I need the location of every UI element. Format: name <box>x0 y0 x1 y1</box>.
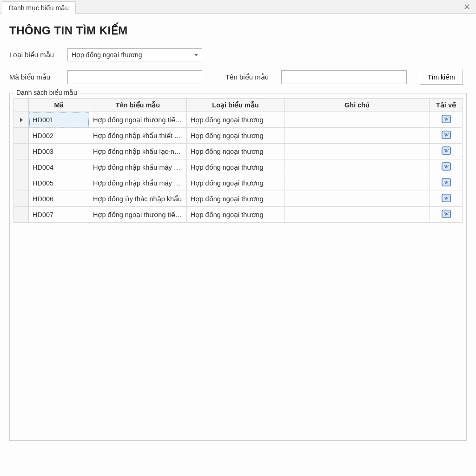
svg-text:W: W <box>444 116 449 122</box>
svg-text:W: W <box>444 132 449 138</box>
cell-code[interactable]: HD004 <box>29 159 89 175</box>
tab-bar: Danh mục biểu mẫu ✕ <box>0 0 476 14</box>
combo-form-type[interactable]: Hợp đồng ngoại thương <box>67 48 202 61</box>
word-doc-icon: W <box>442 210 451 218</box>
cell-download[interactable]: W <box>430 175 463 191</box>
cell-type[interactable]: Hợp đồng ngoại thương <box>187 191 284 207</box>
current-row-arrow-icon <box>20 118 23 122</box>
cell-type[interactable]: Hợp đồng ngoại thương <box>187 207 284 223</box>
cell-name[interactable]: Hợp đồng ngoại thương tiếng việt <box>89 112 187 128</box>
cell-type[interactable]: Hợp đồng ngoại thương <box>187 128 284 144</box>
form-catalog-window: Danh mục biểu mẫu ✕ THÔNG TIN TÌM KIẾM L… <box>0 0 476 476</box>
cell-note[interactable] <box>284 144 430 159</box>
table-row[interactable]: HD003Hợp đồng nhập khẩu lạc-nhânHợp đồng… <box>14 144 463 159</box>
cell-code[interactable]: HD006 <box>29 191 89 207</box>
row-indicator <box>14 191 29 207</box>
tab-label: Danh mục biểu mẫu <box>9 4 69 12</box>
row-indicator <box>14 112 29 128</box>
cell-note[interactable] <box>284 175 430 191</box>
row-indicator <box>14 144 29 159</box>
table-row[interactable]: HD005Hợp đồng nhập khẩu máy móc ti...Hợp… <box>14 175 463 191</box>
word-doc-icon: W <box>442 178 451 186</box>
form-grid[interactable]: Mã Tên biểu mẫu Loại biểu mẫu Ghi chú Tả… <box>13 98 463 223</box>
col-note[interactable]: Ghi chú <box>284 99 430 112</box>
tab-form-catalog[interactable]: Danh mục biểu mẫu <box>2 1 76 14</box>
cell-code[interactable]: HD003 <box>29 144 89 159</box>
cell-name[interactable]: Hợp đồng nhập khẩu thiết bị lạnh <box>89 128 187 144</box>
cell-name[interactable]: Hợp đồng ngoại thương tiếng anh <box>89 207 187 223</box>
svg-text:W: W <box>444 164 449 169</box>
col-name[interactable]: Tên biểu mẫu <box>89 99 187 112</box>
cell-download[interactable]: W <box>430 128 463 144</box>
search-button[interactable]: Tìm kiếm <box>420 70 463 85</box>
input-form-name[interactable] <box>281 70 407 84</box>
cell-note[interactable] <box>284 207 430 223</box>
cell-code[interactable]: HD007 <box>29 207 89 223</box>
row-indicator <box>14 128 29 144</box>
cell-name[interactable]: Hợp đồng nhập khẩu máy móc ti... <box>89 175 187 191</box>
cell-download[interactable]: W <box>430 207 463 223</box>
row-indicator <box>14 175 29 191</box>
col-code[interactable]: Mã <box>29 99 89 112</box>
combo-value: Hợp đồng ngoại thương <box>72 51 142 59</box>
col-indicator <box>14 99 29 112</box>
table-row[interactable]: HD007Hợp đồng ngoại thương tiếng anhHợp … <box>14 207 463 223</box>
cell-download[interactable]: W <box>430 144 463 159</box>
word-doc-icon: W <box>442 115 451 123</box>
word-doc-icon: W <box>442 131 451 139</box>
cell-download[interactable]: W <box>430 159 463 175</box>
cell-download[interactable]: W <box>430 112 463 128</box>
group-legend: Danh sách biểu mẫu <box>14 89 79 96</box>
row-search: Mã biểu mẫu Tên biểu mẫu Tìm kiếm <box>9 70 467 85</box>
cell-name[interactable]: Hợp đồng nhập khẩu máy móc ti... <box>89 159 187 175</box>
label-name: Tên biểu mẫu <box>225 73 277 81</box>
label-code: Mã biểu mẫu <box>9 73 63 81</box>
cell-note[interactable] <box>284 128 430 144</box>
svg-text:W: W <box>444 195 449 201</box>
word-doc-icon: W <box>442 146 451 155</box>
page-title: THÔNG TIN TÌM KIẾM <box>9 24 467 37</box>
content-area: THÔNG TIN TÌM KIẾM Loại biểu mẫu Hợp đồn… <box>0 14 476 445</box>
table-row[interactable]: HD002Hợp đồng nhập khẩu thiết bị lạnhHợp… <box>14 128 463 144</box>
cell-note[interactable] <box>284 112 430 128</box>
table-row[interactable]: HD004Hợp đồng nhập khẩu máy móc ti...Hợp… <box>14 159 463 175</box>
cell-code[interactable]: HD002 <box>29 128 89 144</box>
cell-code[interactable]: HD001 <box>29 112 89 128</box>
cell-download[interactable]: W <box>430 191 463 207</box>
grid-header-row: Mã Tên biểu mẫu Loại biểu mẫu Ghi chú Tả… <box>14 99 463 112</box>
cell-type[interactable]: Hợp đồng ngoại thương <box>187 112 284 128</box>
col-type[interactable]: Loại biểu mẫu <box>187 99 284 112</box>
row-type: Loại biểu mẫu Hợp đồng ngoại thương <box>9 48 467 61</box>
chevron-down-icon <box>194 54 198 56</box>
col-download[interactable]: Tải về <box>430 99 463 112</box>
word-doc-icon: W <box>442 162 451 171</box>
close-icon[interactable]: ✕ <box>463 2 470 12</box>
cell-type[interactable]: Hợp đồng ngoại thương <box>187 175 284 191</box>
svg-text:W: W <box>444 211 449 217</box>
table-row[interactable]: HD001Hợp đồng ngoại thương tiếng việtHợp… <box>14 112 463 128</box>
svg-text:W: W <box>444 148 449 153</box>
table-row[interactable]: HD006Hợp đồng ủy thác nhập khẩuHợp đồng … <box>14 191 463 207</box>
row-indicator <box>14 159 29 175</box>
label-type: Loại biểu mẫu <box>9 51 63 59</box>
cell-type[interactable]: Hợp đồng ngoại thương <box>187 144 284 159</box>
cell-note[interactable] <box>284 159 430 175</box>
input-form-code[interactable] <box>67 70 202 84</box>
word-doc-icon: W <box>442 194 451 202</box>
cell-type[interactable]: Hợp đồng ngoại thương <box>187 159 284 175</box>
row-indicator <box>14 207 29 223</box>
cell-note[interactable] <box>284 191 430 207</box>
cell-name[interactable]: Hợp đồng ủy thác nhập khẩu <box>89 191 187 207</box>
cell-name[interactable]: Hợp đồng nhập khẩu lạc-nhân <box>89 144 187 159</box>
cell-code[interactable]: HD005 <box>29 175 89 191</box>
group-form-list: Danh sách biểu mẫu Mã Tên biểu mẫu Loại <box>9 93 467 441</box>
svg-text:W: W <box>444 179 449 185</box>
